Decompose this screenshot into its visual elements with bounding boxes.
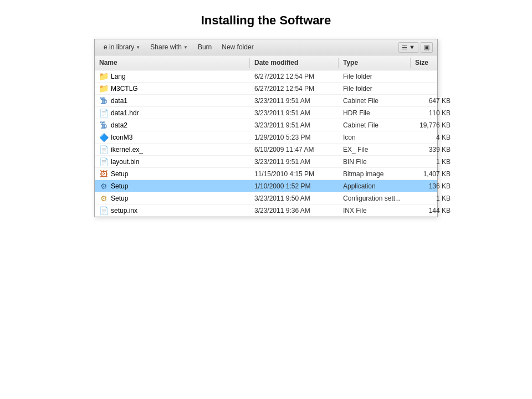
table-row[interactable]: 📄 setup.inx 3/23/2011 9:36 AM INX File 1… — [95, 204, 437, 217]
table-row[interactable]: 🔷 IconM3 1/29/2010 5:23 PM Icon 4 KB — [95, 131, 437, 144]
file-type: File folder — [339, 84, 411, 93]
folder-icon: 📁 — [99, 71, 109, 81]
page-title: Installing the Software — [0, 0, 532, 39]
file-modified: 3/23/2011 9:51 AM — [250, 157, 339, 166]
file-type: Icon — [339, 133, 411, 142]
file-name-cell: 🖼 Setup — [95, 169, 250, 179]
file-name: Setup — [111, 182, 128, 190]
file-type: BIN File — [339, 157, 411, 166]
file-name: Setup — [111, 170, 128, 178]
library-label: e in library — [104, 43, 134, 51]
table-row[interactable]: 📁 Lang 6/27/2012 12:54 PM File folder — [95, 70, 437, 83]
icon3d-icon: 🔷 — [99, 133, 109, 142]
col-size: Size — [411, 58, 455, 68]
file-size: 4 KB — [411, 133, 455, 142]
file-name: setup.inx — [111, 207, 137, 214]
file-modified: 3/23/2011 9:51 AM — [250, 96, 339, 105]
file-name: ikernel.ex_ — [111, 146, 143, 154]
file-size: 647 KB — [411, 96, 455, 105]
table-row[interactable]: 📄 layout.bin 3/23/2011 9:51 AM BIN File … — [95, 156, 437, 168]
file-type: Application — [339, 182, 411, 191]
file-name: data2 — [111, 121, 127, 129]
file-type: EX_ File — [339, 145, 411, 154]
file-name-cell: 🗜 data2 — [95, 120, 250, 130]
file-rows-container: 📁 Lang 6/27/2012 12:54 PM File folder 📁 … — [95, 70, 437, 217]
file-modified: 6/10/2009 11:47 AM — [250, 145, 339, 154]
file-size: 339 KB — [411, 145, 455, 154]
file-name-cell: ⚙ Setup — [95, 193, 250, 203]
table-row[interactable]: 🗜 data1 3/23/2011 9:51 AM Cabinet File 6… — [95, 95, 437, 107]
file-name: Setup — [111, 195, 128, 202]
file-type: Configuration sett... — [339, 194, 411, 203]
window-btn[interactable]: ▣ — [421, 42, 433, 53]
table-row[interactable]: 📄 data1.hdr 3/23/2011 9:51 AM HDR File 1… — [95, 107, 437, 119]
cabinet-icon: 🗜 — [100, 121, 108, 130]
file-name: IconM3 — [111, 134, 132, 141]
file-name-cell: 📁 M3CTLG — [95, 84, 250, 94]
file-name: data1.hdr — [111, 109, 139, 117]
file-name-cell: 📄 setup.inx — [95, 206, 250, 216]
file-modified: 6/27/2012 12:54 PM — [250, 72, 339, 81]
table-row[interactable]: ⚙ Setup 3/23/2011 9:50 AM Configuration … — [95, 192, 437, 204]
file-size: 1 KB — [411, 157, 455, 166]
file-name-cell: 📄 data1.hdr — [95, 108, 250, 118]
table-row[interactable]: 🗜 data2 3/23/2011 9:51 AM Cabinet File 1… — [95, 119, 437, 131]
file-modified: 3/23/2011 9:51 AM — [250, 121, 339, 130]
window-icon: ▣ — [424, 44, 429, 50]
file-name-cell: 📄 layout.bin — [95, 157, 250, 167]
file-name-cell: ⚙ Setup — [95, 181, 250, 191]
config-icon: ⚙ — [100, 194, 108, 203]
file-icon: 📄 — [99, 206, 109, 215]
file-modified: 3/23/2011 9:50 AM — [250, 194, 339, 203]
table-row[interactable]: ⚙ Setup 1/10/2000 1:52 PM Application 13… — [95, 180, 437, 192]
file-type: Cabinet File — [339, 121, 411, 130]
file-name-cell: 📁 Lang — [95, 71, 250, 81]
file-icon: 📄 — [99, 157, 109, 166]
library-arrow-icon: ▼ — [136, 45, 140, 50]
file-name: layout.bin — [111, 158, 139, 166]
toolbar-burn-btn[interactable]: Burn — [193, 42, 216, 53]
file-name-cell: 📄 ikernel.ex_ — [95, 145, 250, 155]
file-list: Name Date modified Type Size 📁 Lang 6/27… — [95, 55, 437, 217]
file-size: 19,776 KB — [411, 121, 455, 130]
table-row[interactable]: 📁 M3CTLG 6/27/2012 12:54 PM File folder — [95, 83, 437, 95]
file-icon: 📄 — [99, 109, 109, 117]
col-type: Type — [339, 58, 411, 68]
file-name: data1 — [111, 97, 127, 105]
file-type: Cabinet File — [339, 96, 411, 105]
file-name-cell: 🔷 IconM3 — [95, 132, 250, 142]
file-modified: 3/23/2011 9:36 AM — [250, 206, 339, 215]
table-row[interactable]: 🖼 Setup 11/15/2010 4:15 PM Bitmap image … — [95, 168, 437, 180]
file-size: 144 KB — [411, 206, 455, 215]
cabinet-icon: 🗜 — [100, 96, 108, 105]
view-list-btn[interactable]: ☰ ▼ — [398, 42, 418, 53]
share-arrow-icon: ▼ — [183, 45, 188, 50]
col-modified: Date modified — [250, 58, 339, 68]
file-modified: 1/29/2010 5:23 PM — [250, 133, 339, 142]
file-modified: 3/23/2011 9:51 AM — [250, 109, 339, 117]
file-type: HDR File — [339, 109, 411, 117]
toolbar-newfolder-btn[interactable]: New folder — [217, 42, 258, 53]
view-list-icon: ☰ ▼ — [402, 44, 415, 50]
newfolder-label: New folder — [222, 43, 253, 51]
file-size — [411, 88, 455, 89]
file-name: Lang — [111, 73, 126, 80]
col-name: Name — [95, 58, 250, 68]
bitmap-icon: 🖼 — [100, 170, 108, 178]
burn-label: Burn — [198, 43, 212, 51]
table-row[interactable]: 📄 ikernel.ex_ 6/10/2009 11:47 AM EX_ Fil… — [95, 144, 437, 156]
file-modified: 11/15/2010 4:15 PM — [250, 170, 339, 178]
file-size: 1 KB — [411, 194, 455, 203]
toolbar-share-btn[interactable]: Share with ▼ — [146, 42, 192, 53]
file-size: 1,407 KB — [411, 170, 455, 178]
file-type: File folder — [339, 72, 411, 81]
explorer-window: e in library ▼ Share with ▼ Burn New fol… — [94, 39, 438, 217]
folder-icon: 📁 — [99, 84, 109, 94]
file-type: Bitmap image — [339, 170, 411, 178]
file-type: INX File — [339, 206, 411, 215]
file-size: 136 KB — [411, 182, 455, 191]
file-name-cell: 🗜 data1 — [95, 96, 250, 106]
toolbar-library-btn[interactable]: e in library ▼ — [99, 42, 145, 53]
file-size — [411, 76, 455, 77]
share-label: Share with — [150, 43, 182, 51]
